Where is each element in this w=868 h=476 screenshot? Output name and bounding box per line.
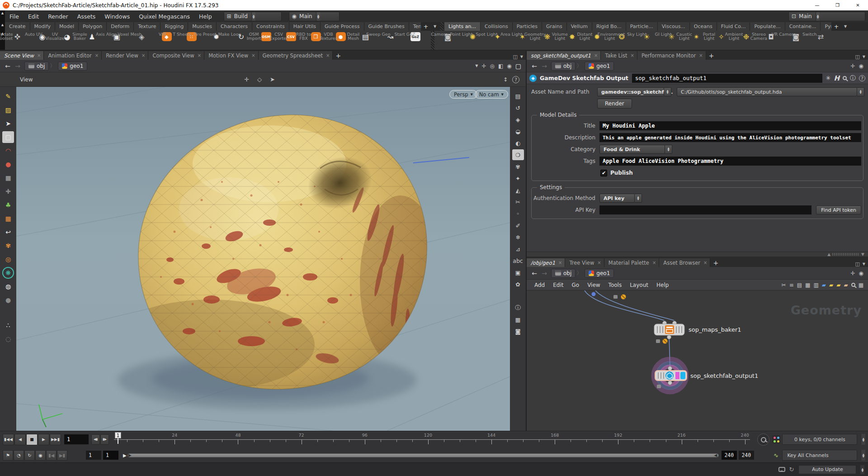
main-network-selector[interactable]: ◉ Main ▲▼ xyxy=(289,12,340,21)
network-menu-item[interactable]: View xyxy=(583,280,604,290)
shelf-tool[interactable]: GoZ Start GoZ xyxy=(403,31,428,50)
asset-name-dropdown[interactable]: gamedev::sop_sketchfa... xyxy=(597,87,664,96)
gear-icon[interactable]: ✳ xyxy=(826,75,831,81)
grid-paint-icon[interactable]: ▦ xyxy=(2,213,14,224)
menu-item[interactable]: Quixel Megascans xyxy=(134,10,194,22)
shelf-tool[interactable]: ◈ Voxel Mesh xyxy=(129,31,154,50)
play-icon[interactable]: ▶ xyxy=(38,434,49,445)
knot-tool-icon[interactable]: ✾ xyxy=(2,240,14,252)
shelf-tab[interactable]: Model xyxy=(55,22,79,31)
scissors-display-icon[interactable]: ✂ xyxy=(512,196,524,207)
close-icon[interactable]: × xyxy=(631,53,634,58)
play-reverse-icon[interactable]: ◀ xyxy=(14,434,26,445)
stopwatch-icon[interactable]: ◔ xyxy=(14,450,24,461)
shelf-tab[interactable]: Create xyxy=(5,22,30,31)
shelf-tab[interactable]: Populate... xyxy=(750,22,785,31)
category-dropdown[interactable]: Food & Drink xyxy=(599,145,665,154)
refresh-icon[interactable]: ↻ xyxy=(789,466,794,473)
info-icon[interactable]: ⓘ xyxy=(850,74,856,82)
keyframe-flag-icon[interactable]: ⚑ xyxy=(3,450,13,461)
hook-tool-icon[interactable]: ↩ xyxy=(2,226,14,238)
close-icon[interactable]: × xyxy=(198,53,201,58)
pane-tab[interactable]: Animation Editor × xyxy=(44,51,102,60)
globe-tool-icon[interactable]: ◍ xyxy=(2,281,14,292)
snowflake-icon[interactable]: ❄ xyxy=(512,232,524,243)
pane-menu-icon[interactable]: ▼ xyxy=(520,55,523,59)
select-mode-icon[interactable]: ✛ xyxy=(244,76,249,83)
dark-sphere-icon[interactable]: ● xyxy=(2,294,14,306)
viewport-snapshot-icon[interactable]: ◉ xyxy=(507,63,511,69)
shelf-tab[interactable]: Vellum xyxy=(567,22,592,31)
timeline-ruler[interactable]: 24487296120144168192216240 1 xyxy=(114,432,750,447)
pin-pane-icon[interactable]: ✛ xyxy=(850,63,855,69)
menu-scroll-up[interactable]: ▲ xyxy=(0,10,5,22)
pane-splitter[interactable]: ▲▼ xyxy=(527,252,868,257)
forward-icon[interactable]: → xyxy=(539,269,549,278)
net-cut-icon[interactable]: ✂ xyxy=(782,282,786,288)
auto-key-button[interactable] xyxy=(757,433,769,446)
description-field[interactable]: This an apple generated inside Houdini u… xyxy=(599,133,861,142)
brush-select-icon[interactable]: ● xyxy=(2,158,14,170)
pane-tab[interactable]: Motion FX View × xyxy=(204,51,258,60)
shelf-tab[interactable]: Terrain FX xyxy=(409,22,421,31)
path-root-chip[interactable]: obj xyxy=(24,62,49,71)
radial-stepper[interactable]: ▲▼ xyxy=(816,12,820,21)
pane-tab[interactable]: Material Palette × xyxy=(604,258,660,267)
perspective-selector[interactable]: Persp▼ xyxy=(449,90,477,99)
pane-tab[interactable]: Scene View × xyxy=(0,51,44,60)
pane-split-icon[interactable]: ◫ xyxy=(855,54,859,60)
render-button[interactable]: Render xyxy=(597,99,632,109)
network-menu-item[interactable]: Add xyxy=(530,280,549,290)
pin-pane-icon[interactable]: ✛ xyxy=(850,270,855,276)
path-root-chip[interactable]: obj xyxy=(551,62,576,71)
jump-start-icon[interactable]: ▮◀◀ xyxy=(3,434,14,445)
close-icon[interactable]: × xyxy=(699,53,703,58)
key-all-channels-dropdown[interactable]: Key All Channels xyxy=(782,450,857,461)
help-icon[interactable]: ? xyxy=(859,75,865,81)
close-button[interactable]: ✕ xyxy=(848,0,868,10)
network-menu-item[interactable]: Edit xyxy=(549,280,567,290)
handle-mode-icon[interactable]: ◇ xyxy=(257,76,262,83)
shelf-tab[interactable]: Lights an... xyxy=(444,22,481,31)
forward-icon[interactable]: → xyxy=(539,62,549,71)
flag-blue-icon[interactable]: ▰ xyxy=(822,282,826,288)
menu-item[interactable]: Edit xyxy=(24,10,43,22)
node-name-field[interactable]: sop_sketchfab_output1 xyxy=(632,74,822,83)
auth-method-stepper[interactable]: ▲▼ xyxy=(635,194,642,203)
upstream-node-dot[interactable] xyxy=(592,292,596,296)
new-pane-tab-button[interactable]: + xyxy=(710,258,721,267)
close-icon[interactable]: × xyxy=(597,260,601,265)
back-icon[interactable]: ← xyxy=(529,62,539,71)
lock-view-icon[interactable]: ◈ xyxy=(512,114,524,125)
pen-display-icon[interactable]: ✐ xyxy=(512,220,524,231)
category-stepper[interactable]: ▲▼ xyxy=(665,145,672,154)
network-graph[interactable]: Geometry xyxy=(527,290,868,431)
net-grid-icon[interactable]: ▦ xyxy=(805,282,810,288)
add-shelf-tab-button-2[interactable]: + xyxy=(831,22,841,31)
path-root-chip[interactable]: obj xyxy=(551,269,576,278)
main-network-stepper[interactable]: ▲▼ xyxy=(316,12,321,21)
net-columns-icon[interactable]: ▥ xyxy=(813,282,818,288)
laser-select-icon[interactable]: ■ xyxy=(2,172,14,184)
jump-end-icon[interactable]: ▶▶▮ xyxy=(50,434,61,445)
forward-icon[interactable]: → xyxy=(13,62,23,71)
star-display-icon[interactable]: ✦ xyxy=(512,173,524,184)
shelf-tab[interactable]: Guide Brushes xyxy=(364,22,409,31)
pane-tab[interactable]: sop_sketchfab_output1 × xyxy=(527,51,601,60)
info-icon[interactable]: ⓘ xyxy=(512,302,524,313)
shade-half-icon[interactable]: ◒ xyxy=(512,126,524,137)
pane-split-icon[interactable]: ◫ xyxy=(855,261,859,267)
houdini-help-icon[interactable]: H xyxy=(834,74,840,82)
draw-brush-icon[interactable]: ✎ xyxy=(2,90,14,102)
path-node-chip[interactable]: geo1 xyxy=(58,62,87,71)
shelf-tab[interactable]: Viscous... xyxy=(658,22,690,31)
prev-frame-icon[interactable]: ◀▮ xyxy=(91,434,100,445)
grid-display-icon[interactable]: ▦ xyxy=(512,314,524,325)
minimize-button[interactable]: — xyxy=(807,0,827,10)
pose-tool-icon[interactable]: ♣ xyxy=(2,199,14,211)
shelf-tab[interactable]: Oceans xyxy=(690,22,717,31)
range-end-field-2[interactable]: 240 xyxy=(739,451,754,460)
keys-stepper[interactable]: ▲▼ xyxy=(861,434,865,445)
realtime-icon[interactable]: ◉ xyxy=(35,450,46,461)
menu-item[interactable]: Render xyxy=(43,10,73,22)
